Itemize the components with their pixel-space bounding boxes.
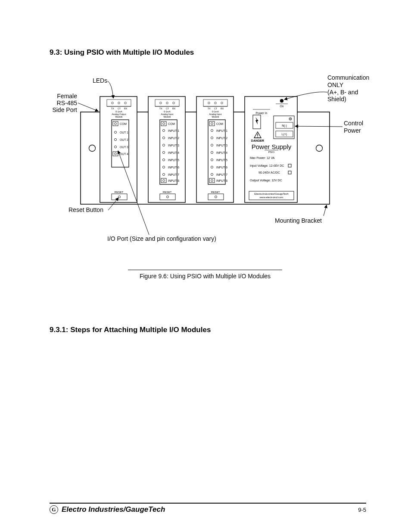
svg-text:INPUT 4: INPUT 4 [168,151,179,154]
svg-text:RX: RX [221,107,224,110]
svg-text:90-240V AC/DC: 90-240V AC/DC [258,171,280,174]
svg-text:COM: COM [216,122,223,125]
svg-text:RX: RX [172,107,176,110]
svg-text:Module: Module [212,115,219,118]
svg-text:INPUT 5: INPUT 5 [216,159,227,162]
m1-ct: CT [118,107,121,110]
svg-text:INPUT 3: INPUT 3 [216,144,227,147]
svg-text:COM: COM [168,122,175,125]
svg-text:INPUT 7: INPUT 7 [168,173,179,176]
svg-point-2 [316,145,323,152]
figure-caption: Figure 9.6: Using PSIO with Multiple I/O… [128,270,282,280]
svg-text:INPUT 2: INPUT 2 [216,137,227,140]
svg-text:INPUT 6: INPUT 6 [168,166,179,169]
svg-text:Module: Module [163,115,171,118]
svg-text:INPUT 8: INPUT 8 [168,179,179,182]
footer-company: Electro Industries/GaugeTech [62,505,165,514]
svg-text:INPUT 1: INPUT 1 [216,129,227,132]
svg-text:TX: TX [208,107,211,110]
svg-text:PSIO: PSIO [268,151,275,153]
svg-text:CT: CT [214,107,218,110]
svg-text:N(-): N(-) [282,124,287,128]
m1-com: COM [120,122,127,125]
svg-text:INPUT 8: INPUT 8 [216,179,227,182]
svg-text:INPUT 4: INPUT 4 [216,151,227,154]
svg-text:Input Voltage:  12-60V DC: Input Voltage: 12-60V DC [250,164,284,168]
m1-tx: TX [111,107,114,110]
svg-text:Power Supply: Power Supply [252,143,292,150]
svg-text:CT: CT [166,107,169,110]
svg-text:RESET: RESET [163,190,172,193]
section-heading-9-3-1: 9.3.1: Steps for Attaching Multiple I/O … [50,326,211,334]
svg-text:INPUT 6: INPUT 6 [216,166,227,169]
svg-text:INPUT 7: INPUT 7 [216,173,227,176]
svg-text:INPUT 2: INPUT 2 [168,137,179,140]
m1-reset: RESET [115,190,124,193]
diagram-svg: TX CT RX 0-1mA Analog Output Module COM … [0,0,411,258]
m1-out1: OUT 1 [120,131,128,134]
m1-out4: OUT 4 [120,152,128,156]
svg-point-92 [280,99,283,103]
m1-rx: RX [124,107,128,110]
m1-out2: OUT 2 [120,138,128,141]
svg-point-107 [257,137,258,137]
footer-page-number: 9-5 [358,507,366,513]
module-analog-input-2: TX CT RX 0-1mA Analog Input Module COM I… [196,96,234,202]
svg-text:RESET: RESET [211,190,220,193]
svg-text:INPUT 5: INPUT 5 [168,159,179,162]
svg-text:www.electroind.com: www.electroind.com [259,196,283,199]
svg-text:INPUT 1: INPUT 1 [168,129,179,132]
svg-text:Max Power:  12 VA: Max Power: 12 VA [250,156,275,159]
m1-type2: Module [115,115,122,118]
svg-text:Power In: Power In [256,112,268,115]
svg-text:L(+): L(+) [282,133,287,136]
svg-text:INPUT 3: INPUT 3 [168,144,179,147]
svg-text:On: On [280,105,283,108]
logo-icon: G [50,505,58,514]
svg-text:DANGER: DANGER [251,139,264,142]
module-psio: On Power In N(-) L(+) DANGER Power Suppl… [245,96,297,202]
module-analog-input-1: TX CT RX 0-1mA Analog Input Module COM I… [148,96,185,202]
svg-text:Output Voltage:  12V DC: Output Voltage: 12V DC [250,179,282,182]
page-footer: G Electro Industries/GaugeTech 9-5 [50,503,366,514]
svg-text:ElectroIndustries/GaugeTech: ElectroIndustries/GaugeTech [254,192,289,195]
svg-text:TX: TX [159,107,162,110]
m1-out3: OUT 3 [120,146,128,149]
svg-point-1 [89,145,96,152]
